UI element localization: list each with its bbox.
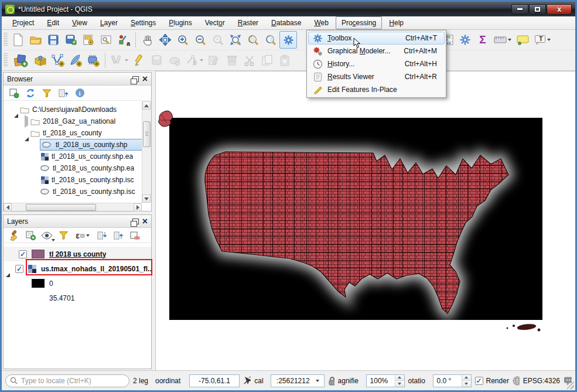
map-tips-button[interactable] <box>514 31 531 49</box>
collapse-all-button[interactable] <box>57 87 69 99</box>
data-source-manager-button[interactable] <box>9 52 32 69</box>
minimize-button[interactable] <box>511 4 528 15</box>
spin-up-button[interactable] <box>462 375 471 381</box>
extents-toggle-icon[interactable] <box>243 376 251 386</box>
zoom-in-button[interactable] <box>174 31 192 49</box>
vertex-tool-button[interactable] <box>183 52 206 69</box>
spin-down-button[interactable] <box>462 381 471 387</box>
magnifier-spinbox[interactable]: 100% <box>366 374 405 387</box>
float-panel-icon[interactable] <box>132 219 139 224</box>
menu-vector[interactable]: Vector <box>199 16 231 29</box>
remove-layer-button[interactable] <box>129 230 141 241</box>
expand-all-button[interactable] <box>96 230 108 241</box>
processing-toolbox-toggle[interactable] <box>279 31 297 49</box>
render-checkbox-group[interactable]: ✓ Render <box>475 377 509 385</box>
new-geopackage-layer-button[interactable] <box>32 52 49 69</box>
tree-row-shp-isc-poly[interactable]: tl_2018_us_county.shp.isc <box>4 186 142 197</box>
text-annotation-button[interactable]: T <box>531 31 554 49</box>
maximize-button[interactable] <box>529 4 546 15</box>
menu-plugins[interactable]: Plugins <box>163 16 197 29</box>
new-virtual-layer-button[interactable] <box>84 52 102 69</box>
manage-map-themes-button[interactable] <box>41 230 53 241</box>
save-edits-button[interactable] <box>148 52 166 69</box>
menu-project[interactable]: Project <box>6 16 40 29</box>
map-canvas[interactable] <box>155 71 575 370</box>
layer-row-county[interactable]: ✓ tl 2018 us county <box>4 247 151 261</box>
rotation-spinbox[interactable]: 0.0 ° <box>433 374 472 387</box>
open-project-button[interactable] <box>27 31 45 49</box>
menu-item-graphical-modeler[interactable]: Graphical Modeler... Ctrl+Alt+M <box>308 45 445 57</box>
title-bar[interactable]: *Untitled Project - QGIS x <box>2 2 575 16</box>
filter-browser-button[interactable] <box>41 87 53 99</box>
zoom-native-button[interactable] <box>209 31 227 49</box>
tree-row-gaz-national[interactable]: 2018_Gaz_ua_national <box>4 115 142 127</box>
menu-web[interactable]: Web <box>308 16 334 29</box>
scrollbar-thumb[interactable] <box>143 121 151 147</box>
menu-item-toolbox[interactable]: Toolbox Ctrl+Alt+T <box>308 32 445 45</box>
menu-edit[interactable]: Edit <box>41 16 65 29</box>
zoom-full-button[interactable] <box>227 31 244 49</box>
toolbar-grip[interactable] <box>4 53 8 67</box>
new-spatialite-layer-button[interactable] <box>67 52 84 69</box>
tree-row-shp-ea-raster[interactable]: tl_2018_us_county.shp.ea <box>4 151 142 162</box>
spin-up-button[interactable] <box>395 375 404 381</box>
scroll-down-button[interactable] <box>142 195 151 203</box>
tree-row-downloads[interactable]: C:\Users\ujaval\Downloads <box>4 104 142 115</box>
layout-manager-button[interactable] <box>97 31 115 49</box>
close-button[interactable]: x <box>547 4 572 15</box>
menu-item-history[interactable]: History... Ctrl+Alt+H <box>308 57 445 70</box>
browser-vertical-scrollbar[interactable] <box>142 101 151 203</box>
options-gear-button[interactable] <box>456 31 474 49</box>
zoom-to-layer-button[interactable] <box>262 31 279 49</box>
resize-grip[interactable] <box>567 382 574 389</box>
pan-map-button[interactable] <box>139 31 156 49</box>
menu-help[interactable]: Help <box>383 16 409 29</box>
style-manager-button[interactable]: a <box>115 31 132 49</box>
browser-horizontal-scrollbar[interactable] <box>4 203 142 211</box>
menu-item-edit-features-in-place[interactable]: Edit Features In-Place <box>308 83 445 96</box>
filter-by-expression-button[interactable]: ε <box>74 230 91 241</box>
scroll-right-button[interactable] <box>134 203 142 212</box>
tree-row-shp-isc-raster[interactable]: tl_2018_us_county.shp.isc <box>4 174 142 186</box>
collapse-all-button[interactable] <box>112 230 124 241</box>
current-edits-button[interactable] <box>108 52 131 69</box>
filter-legend-button[interactable] <box>57 230 69 241</box>
new-project-button[interactable] <box>9 31 27 49</box>
menu-database[interactable]: Database <box>265 16 307 29</box>
multiedit-attributes-button[interactable] <box>206 52 223 69</box>
new-print-layout-button[interactable] <box>80 31 97 49</box>
scale-combobox[interactable]: :25621212 <box>271 374 325 387</box>
menu-item-results-viewer[interactable]: Results Viewer Ctrl+Alt+R <box>308 70 445 83</box>
menu-settings[interactable]: Settings <box>125 16 162 29</box>
zoom-out-button[interactable] <box>192 31 209 49</box>
layer-checkbox[interactable]: ✓ <box>19 250 27 258</box>
tree-row-shp-ea-poly[interactable]: tl_2018_us_county.shp.ea <box>4 162 142 174</box>
add-feature-button[interactable] <box>166 52 183 69</box>
tree-row-county-folder[interactable]: tl_2018_us_county <box>4 127 142 139</box>
render-checkbox[interactable]: ✓ <box>475 377 483 385</box>
save-project-button[interactable] <box>45 31 62 49</box>
locator-input[interactable] <box>5 374 129 387</box>
toggle-editing-button[interactable] <box>131 52 148 69</box>
float-panel-icon[interactable] <box>132 76 139 82</box>
scroll-left-button[interactable] <box>4 203 12 212</box>
menu-raster[interactable]: Raster <box>232 16 264 29</box>
close-panel-icon[interactable]: × <box>142 74 148 84</box>
menu-layer[interactable]: Layer <box>94 16 124 29</box>
tree-row-county-shp[interactable]: tl_2018_us_county.shp <box>40 139 142 151</box>
new-shapefile-layer-button[interactable] <box>49 52 67 69</box>
close-panel-icon[interactable]: × <box>142 217 148 226</box>
spin-down-button[interactable] <box>395 381 404 387</box>
paste-features-button[interactable] <box>276 52 293 69</box>
copy-features-button[interactable] <box>258 52 276 69</box>
add-group-button[interactable] <box>25 230 36 241</box>
delete-selected-button[interactable] <box>223 52 241 69</box>
show-statistics-button[interactable]: Σ <box>474 31 491 49</box>
properties-info-button[interactable]: i <box>74 87 86 99</box>
layer-checkbox[interactable]: ✓ <box>15 265 23 273</box>
crs-status[interactable]: EPSG:4326 <box>523 377 560 385</box>
layer-styling-button[interactable] <box>8 230 20 241</box>
pan-to-selection-button[interactable] <box>156 31 174 49</box>
menu-view[interactable]: View <box>66 16 93 29</box>
coordinate-value-box[interactable]: -75.0,61.1 <box>189 374 240 387</box>
